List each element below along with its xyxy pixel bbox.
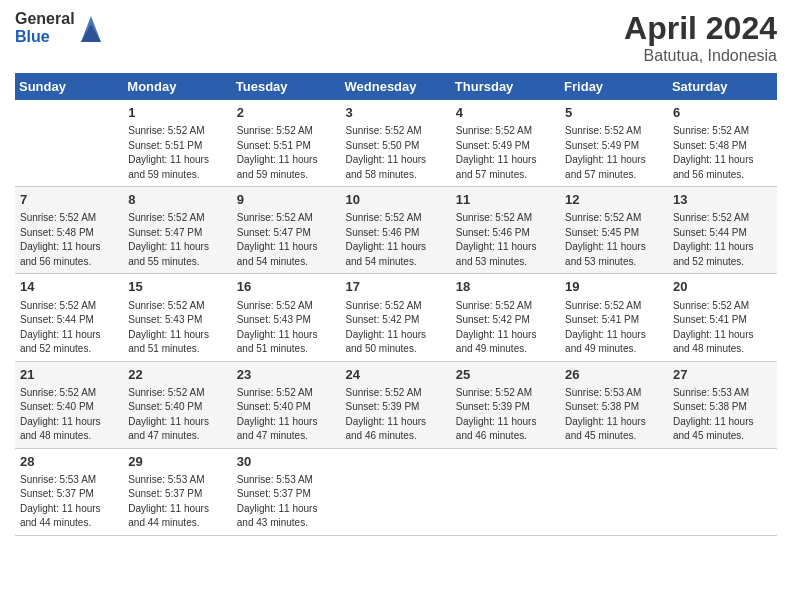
cell-content: Sunrise: 5:53 AMSunset: 5:37 PMDaylight:… — [128, 473, 226, 531]
cell-content: Sunrise: 5:52 AMSunset: 5:39 PMDaylight:… — [456, 386, 555, 444]
week-row-1: 1Sunrise: 5:52 AMSunset: 5:51 PMDaylight… — [15, 100, 777, 187]
day-number: 14 — [20, 278, 118, 296]
calendar-cell: 2Sunrise: 5:52 AMSunset: 5:51 PMDaylight… — [232, 100, 341, 187]
weekday-header-monday: Monday — [123, 73, 231, 100]
cell-content: Sunrise: 5:53 AMSunset: 5:38 PMDaylight:… — [673, 386, 772, 444]
cell-content: Sunrise: 5:52 AMSunset: 5:51 PMDaylight:… — [128, 124, 226, 182]
calendar-cell — [451, 448, 560, 535]
cell-content: Sunrise: 5:52 AMSunset: 5:45 PMDaylight:… — [565, 211, 663, 269]
day-number: 18 — [456, 278, 555, 296]
calendar-cell: 5Sunrise: 5:52 AMSunset: 5:49 PMDaylight… — [560, 100, 668, 187]
week-row-4: 21Sunrise: 5:52 AMSunset: 5:40 PMDayligh… — [15, 361, 777, 448]
weekday-header-thursday: Thursday — [451, 73, 560, 100]
calendar-cell: 7Sunrise: 5:52 AMSunset: 5:48 PMDaylight… — [15, 187, 123, 274]
day-number: 6 — [673, 104, 772, 122]
cell-content: Sunrise: 5:52 AMSunset: 5:42 PMDaylight:… — [456, 299, 555, 357]
day-number: 5 — [565, 104, 663, 122]
calendar-cell: 18Sunrise: 5:52 AMSunset: 5:42 PMDayligh… — [451, 274, 560, 361]
cell-content: Sunrise: 5:52 AMSunset: 5:44 PMDaylight:… — [673, 211, 772, 269]
calendar-cell: 19Sunrise: 5:52 AMSunset: 5:41 PMDayligh… — [560, 274, 668, 361]
calendar-cell — [15, 100, 123, 187]
cell-content: Sunrise: 5:52 AMSunset: 5:48 PMDaylight:… — [20, 211, 118, 269]
calendar-cell: 9Sunrise: 5:52 AMSunset: 5:47 PMDaylight… — [232, 187, 341, 274]
day-number: 23 — [237, 366, 336, 384]
day-number: 16 — [237, 278, 336, 296]
calendar-cell: 27Sunrise: 5:53 AMSunset: 5:38 PMDayligh… — [668, 361, 777, 448]
calendar-cell: 4Sunrise: 5:52 AMSunset: 5:49 PMDaylight… — [451, 100, 560, 187]
cell-content: Sunrise: 5:52 AMSunset: 5:41 PMDaylight:… — [565, 299, 663, 357]
week-row-3: 14Sunrise: 5:52 AMSunset: 5:44 PMDayligh… — [15, 274, 777, 361]
day-number: 8 — [128, 191, 226, 209]
day-number: 4 — [456, 104, 555, 122]
weekday-header-tuesday: Tuesday — [232, 73, 341, 100]
logo: General Blue — [15, 10, 103, 45]
calendar-cell: 17Sunrise: 5:52 AMSunset: 5:42 PMDayligh… — [341, 274, 451, 361]
calendar-cell — [668, 448, 777, 535]
calendar-cell: 15Sunrise: 5:52 AMSunset: 5:43 PMDayligh… — [123, 274, 231, 361]
week-row-2: 7Sunrise: 5:52 AMSunset: 5:48 PMDaylight… — [15, 187, 777, 274]
week-row-5: 28Sunrise: 5:53 AMSunset: 5:37 PMDayligh… — [15, 448, 777, 535]
cell-content: Sunrise: 5:52 AMSunset: 5:49 PMDaylight:… — [456, 124, 555, 182]
calendar-cell — [560, 448, 668, 535]
calendar-cell: 30Sunrise: 5:53 AMSunset: 5:37 PMDayligh… — [232, 448, 341, 535]
weekday-header-wednesday: Wednesday — [341, 73, 451, 100]
day-number: 7 — [20, 191, 118, 209]
calendar-cell: 8Sunrise: 5:52 AMSunset: 5:47 PMDaylight… — [123, 187, 231, 274]
day-number: 29 — [128, 453, 226, 471]
cell-content: Sunrise: 5:52 AMSunset: 5:43 PMDaylight:… — [128, 299, 226, 357]
calendar-cell: 21Sunrise: 5:52 AMSunset: 5:40 PMDayligh… — [15, 361, 123, 448]
day-number: 20 — [673, 278, 772, 296]
day-number: 26 — [565, 366, 663, 384]
day-number: 9 — [237, 191, 336, 209]
cell-content: Sunrise: 5:53 AMSunset: 5:38 PMDaylight:… — [565, 386, 663, 444]
calendar-cell: 20Sunrise: 5:52 AMSunset: 5:41 PMDayligh… — [668, 274, 777, 361]
day-number: 1 — [128, 104, 226, 122]
weekday-header-row: SundayMondayTuesdayWednesdayThursdayFrid… — [15, 73, 777, 100]
cell-content: Sunrise: 5:52 AMSunset: 5:48 PMDaylight:… — [673, 124, 772, 182]
cell-content: Sunrise: 5:52 AMSunset: 5:40 PMDaylight:… — [20, 386, 118, 444]
calendar-cell: 24Sunrise: 5:52 AMSunset: 5:39 PMDayligh… — [341, 361, 451, 448]
cell-content: Sunrise: 5:52 AMSunset: 5:50 PMDaylight:… — [346, 124, 446, 182]
day-number: 21 — [20, 366, 118, 384]
logo-blue: Blue — [15, 28, 75, 46]
weekday-header-friday: Friday — [560, 73, 668, 100]
cell-content: Sunrise: 5:52 AMSunset: 5:46 PMDaylight:… — [346, 211, 446, 269]
header: General Blue April 2024 Batutua, Indones… — [15, 10, 777, 65]
logo-general: General — [15, 10, 75, 28]
weekday-header-sunday: Sunday — [15, 73, 123, 100]
svg-marker-1 — [81, 24, 101, 42]
calendar-cell: 11Sunrise: 5:52 AMSunset: 5:46 PMDayligh… — [451, 187, 560, 274]
calendar-cell: 13Sunrise: 5:52 AMSunset: 5:44 PMDayligh… — [668, 187, 777, 274]
cell-content: Sunrise: 5:53 AMSunset: 5:37 PMDaylight:… — [20, 473, 118, 531]
calendar-cell: 26Sunrise: 5:53 AMSunset: 5:38 PMDayligh… — [560, 361, 668, 448]
day-number: 11 — [456, 191, 555, 209]
calendar-cell: 23Sunrise: 5:52 AMSunset: 5:40 PMDayligh… — [232, 361, 341, 448]
day-number: 27 — [673, 366, 772, 384]
cell-content: Sunrise: 5:52 AMSunset: 5:46 PMDaylight:… — [456, 211, 555, 269]
logo-icon — [79, 14, 103, 42]
cell-content: Sunrise: 5:52 AMSunset: 5:40 PMDaylight:… — [128, 386, 226, 444]
day-number: 3 — [346, 104, 446, 122]
calendar-cell: 28Sunrise: 5:53 AMSunset: 5:37 PMDayligh… — [15, 448, 123, 535]
day-number: 10 — [346, 191, 446, 209]
day-number: 17 — [346, 278, 446, 296]
calendar-cell: 25Sunrise: 5:52 AMSunset: 5:39 PMDayligh… — [451, 361, 560, 448]
calendar-cell: 10Sunrise: 5:52 AMSunset: 5:46 PMDayligh… — [341, 187, 451, 274]
calendar-cell: 22Sunrise: 5:52 AMSunset: 5:40 PMDayligh… — [123, 361, 231, 448]
cell-content: Sunrise: 5:52 AMSunset: 5:41 PMDaylight:… — [673, 299, 772, 357]
day-number: 25 — [456, 366, 555, 384]
calendar-cell: 6Sunrise: 5:52 AMSunset: 5:48 PMDaylight… — [668, 100, 777, 187]
day-number: 22 — [128, 366, 226, 384]
cell-content: Sunrise: 5:52 AMSunset: 5:43 PMDaylight:… — [237, 299, 336, 357]
calendar-cell: 3Sunrise: 5:52 AMSunset: 5:50 PMDaylight… — [341, 100, 451, 187]
weekday-header-saturday: Saturday — [668, 73, 777, 100]
calendar-cell: 29Sunrise: 5:53 AMSunset: 5:37 PMDayligh… — [123, 448, 231, 535]
month-title: April 2024 — [624, 10, 777, 47]
day-number: 24 — [346, 366, 446, 384]
cell-content: Sunrise: 5:52 AMSunset: 5:47 PMDaylight:… — [128, 211, 226, 269]
cell-content: Sunrise: 5:52 AMSunset: 5:49 PMDaylight:… — [565, 124, 663, 182]
day-number: 30 — [237, 453, 336, 471]
cell-content: Sunrise: 5:52 AMSunset: 5:42 PMDaylight:… — [346, 299, 446, 357]
location: Batutua, Indonesia — [624, 47, 777, 65]
day-number: 15 — [128, 278, 226, 296]
